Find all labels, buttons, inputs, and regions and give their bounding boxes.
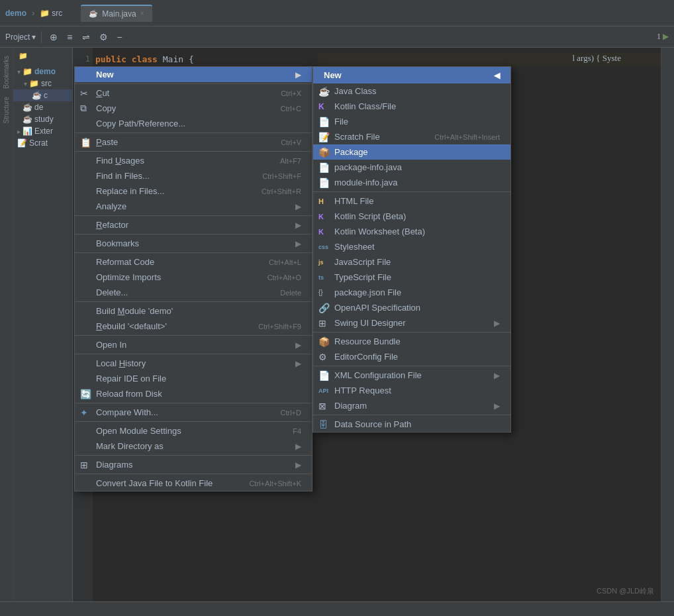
ctx-item-package-json[interactable]: {} package.json File — [313, 285, 510, 300]
reformat-shortcut: Ctrl+Alt+L — [269, 258, 301, 266]
tree-item-scrat-label: Scrat — [29, 138, 48, 148]
html-file-icon: H — [318, 197, 324, 205]
tree-item-study[interactable]: ☕ study — [13, 113, 72, 125]
tree-item-src[interactable]: ▾ 📁 src — [13, 77, 72, 89]
package-label: Package — [334, 147, 500, 157]
demo-breadcrumb[interactable]: demo — [5, 9, 26, 18]
code-continuation: l args) { Syste — [572, 53, 621, 64]
ctx-item-module-settings[interactable]: Open Module Settings F4 — [75, 423, 312, 438]
ctx-item-copy-path[interactable]: Copy Path/Reference... — [75, 116, 312, 131]
editorconfig-label: EditorConfig File — [334, 352, 500, 362]
dropdown-arrow-icon: ▾ — [32, 32, 36, 42]
ctx-item-analyze[interactable]: Analyze ▶ — [75, 199, 312, 214]
openapi-label: OpenAPI Specification — [334, 303, 500, 313]
ctx-item-swing-designer[interactable]: ⊞ Swing UI Designer ▶ — [313, 315, 510, 331]
ctx-item-reload[interactable]: 🔄 Reload from Disk — [75, 386, 312, 401]
ctx-item-diagram[interactable]: ⊠ Diagram ▶ — [313, 398, 510, 413]
top-bar: demo › 📁 src ☕ Main.java × — [0, 0, 674, 26]
compare-icon: ✦ — [80, 407, 88, 418]
ctx-item-reformat[interactable]: Reformat Code Ctrl+Alt+L — [75, 254, 312, 270]
ctx-item-find-usages[interactable]: Find Usages Alt+F7 — [75, 153, 312, 168]
ctx-item-typescript[interactable]: ts TypeScript File — [313, 270, 510, 285]
resource-bundle-icon: 📦 — [318, 336, 330, 347]
bookmarks-label: Bookmarks — [96, 238, 290, 248]
play-icon: ▶ — [663, 32, 669, 41]
module-settings-shortcut: F4 — [293, 427, 301, 435]
javascript-icon: js — [318, 259, 324, 266]
ctx-item-scratch-file[interactable]: 📝 Scratch File Ctrl+Alt+Shift+Insert — [313, 129, 510, 144]
ctx-item-repair-ide[interactable]: Repair IDE on File — [75, 371, 312, 386]
ctx-item-local-history[interactable]: Local History ▶ — [75, 356, 312, 371]
src-breadcrumb[interactable]: 📁 src — [40, 9, 62, 18]
resource-bundle-label: Resource Bundle — [334, 336, 500, 346]
ctx-item-xml-config[interactable]: 📄 XML Configuration File ▶ — [313, 368, 510, 383]
main-java-tab[interactable]: ☕ Main.java × — [81, 5, 152, 22]
tree-item-exter[interactable]: ▸ 📊 Exter — [13, 125, 72, 137]
tree-item-demo[interactable]: ▾ 📁 demo — [13, 66, 72, 77]
ctx-item-compare[interactable]: ✦ Compare With... Ctrl+D — [75, 405, 312, 420]
ctx-item-module-info[interactable]: 📄 module-info.java — [313, 175, 510, 190]
settings-icon[interactable]: ⚙ — [97, 30, 111, 44]
openapi-icon: 🔗 — [318, 303, 330, 313]
ctx-sep-8 — [75, 335, 312, 336]
list-view-icon[interactable]: ≡ — [64, 30, 75, 44]
ctx-item-build-module[interactable]: Build Module 'demo' — [75, 303, 312, 319]
sidebar-item-bookmarks[interactable]: Bookmarks — [1, 53, 11, 91]
build-module-label: Build Module 'demo' — [96, 306, 301, 316]
ctx-item-kotlin-script[interactable]: K Kotlin Script (Beta) — [313, 209, 510, 224]
tree-item-c[interactable]: ☕ c — [13, 89, 72, 101]
ctx-item-html-file[interactable]: H HTML File — [313, 193, 510, 209]
ctx-item-kotlin-class[interactable]: K Kotlin Class/File — [313, 99, 510, 114]
ctx-item-openapi[interactable]: 🔗 OpenAPI Specification — [313, 300, 510, 315]
ctx-item-kotlin-worksheet[interactable]: K Kotlin Worksheet (Beta) — [313, 224, 510, 239]
find-usages-label: Find Usages — [96, 156, 275, 166]
diagrams-arrow-icon: ▶ — [295, 460, 301, 470]
ctx-item-copy[interactable]: ⧉ Copy Ctrl+C — [75, 101, 312, 116]
ctx-item-cut[interactable]: ✂ Cut Ctrl+X — [75, 85, 312, 101]
ctx-item-editorconfig[interactable]: ⚙ EditorConfig File — [313, 349, 510, 364]
open-in-arrow-icon: ▶ — [295, 340, 301, 350]
ctx-item-java-class[interactable]: ☕ Java Class — [313, 83, 510, 99]
ctx-item-datasource[interactable]: 🗄 Data Source in Path — [313, 417, 510, 432]
ctx-item-diagrams[interactable]: ⊞ Diagrams ▶ — [75, 457, 312, 472]
ctx-item-javascript[interactable]: js JavaScript File — [313, 254, 510, 270]
kotlin-script-label: Kotlin Script (Beta) — [334, 211, 500, 221]
ctx-item-package-info[interactable]: 📄 package-info.java — [313, 160, 510, 175]
ctx-item-refactor[interactable]: Refactor ▶ — [75, 217, 312, 232]
tree-item-src-label: src — [41, 79, 52, 88]
ctx-item-mark-directory[interactable]: Mark Directory as ▶ — [75, 438, 312, 454]
ctx-item-new[interactable]: New ▶ — [75, 67, 312, 82]
ctx-item-delete[interactable]: Delete... Delete — [75, 285, 312, 300]
ctx-item-replace-in-files[interactable]: Replace in Files... Ctrl+Shift+R — [75, 183, 312, 199]
ctx-item-bookmarks[interactable]: Bookmarks ▶ — [75, 236, 312, 251]
tree-item-scrat[interactable]: 📝 Scrat — [13, 137, 72, 149]
tab-close-button[interactable]: × — [140, 10, 144, 17]
submenu-new-header-label: New — [324, 70, 342, 80]
ctx-item-optimize[interactable]: Optimize Imports Ctrl+Alt+O — [75, 270, 312, 285]
project-icon: 📁 — [19, 52, 28, 60]
tree-item-de[interactable]: ☕ de — [13, 101, 72, 113]
ctx-item-http-request[interactable]: API HTTP Request — [313, 383, 510, 398]
convert-java-label: Convert Java File to Kotlin File — [96, 478, 244, 488]
package-json-label: package.json File — [334, 287, 500, 297]
ctx-item-convert-java[interactable]: Convert Java File to Kotlin File Ctrl+Al… — [75, 476, 312, 491]
ctx-item-open-in[interactable]: Open In ▶ — [75, 337, 312, 352]
collapse-icon[interactable]: ⇌ — [79, 30, 93, 44]
java-class-label: Java Class — [334, 86, 500, 96]
ctx-item-resource-bundle[interactable]: 📦 Resource Bundle — [313, 334, 510, 349]
scope-icon[interactable]: ⊕ — [47, 30, 60, 44]
sidebar-item-structure[interactable]: Structure — [1, 94, 11, 127]
tree-item-de-label: de — [34, 103, 43, 112]
ctx-item-file[interactable]: 📄 File — [313, 114, 510, 129]
ctx-item-find-in-files[interactable]: Find in Files... Ctrl+Shift+F — [75, 168, 312, 183]
minimize-icon[interactable]: − — [115, 30, 125, 44]
ctx-item-paste[interactable]: 📋 Paste Ctrl+V — [75, 134, 312, 150]
submenu-new-header: New ◀ — [313, 67, 510, 83]
swing-arrow-icon: ▶ — [494, 319, 500, 328]
project-dropdown[interactable]: Project ▾ — [5, 32, 36, 42]
ctx-item-stylesheet[interactable]: css Stylesheet — [313, 239, 510, 254]
swing-designer-icon: ⊞ — [318, 318, 326, 329]
datasource-icon: 🗄 — [318, 419, 328, 430]
ctx-item-package[interactable]: 📦 Package — [313, 144, 510, 160]
ctx-item-rebuild[interactable]: Rebuild '<default>' Ctrl+Shift+F9 — [75, 319, 312, 334]
